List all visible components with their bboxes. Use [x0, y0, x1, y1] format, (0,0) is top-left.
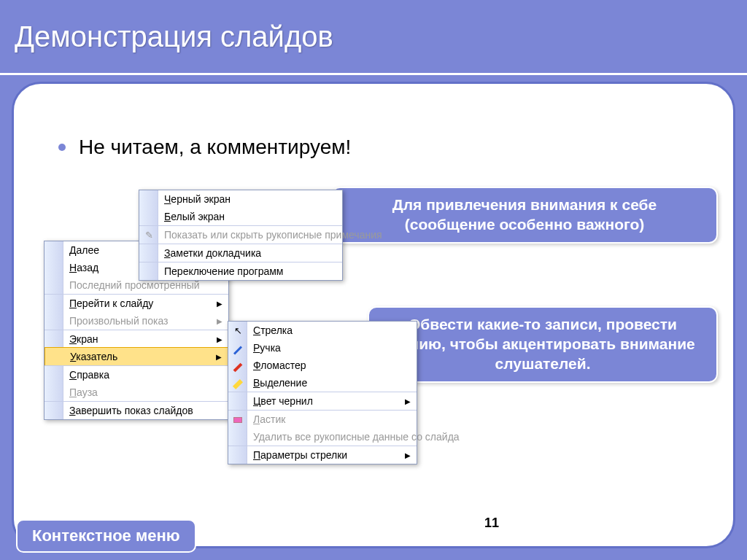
- bullet-text: Не читаем, а комментируем!: [79, 136, 351, 159]
- menu-item-label: Белый экран: [164, 211, 225, 222]
- menu-item-label: Перейти к слайду: [69, 298, 153, 309]
- menu-icon: [231, 378, 244, 389]
- pointer-menu-item-4[interactable]: Цвет чернил▶: [228, 392, 417, 410]
- menu-icon: [231, 360, 244, 371]
- submenu-arrow-icon: ▶: [216, 353, 222, 361]
- bullet-dot-icon: [58, 144, 66, 151]
- menu-item-label: Завершить показ слайдов: [69, 405, 193, 416]
- screen-menu-item-1[interactable]: Белый экран: [139, 208, 342, 225]
- title-divider: [0, 73, 747, 75]
- menu-item-label: Заметки докладчика: [164, 247, 261, 259]
- menu-item-label: Пауза: [69, 386, 98, 398]
- slide-number: 11: [484, 516, 499, 531]
- main-menu-item-5[interactable]: Экран▶: [44, 330, 228, 348]
- menu-icon: ↖: [231, 325, 244, 336]
- menu-item-label: Указатель: [70, 351, 117, 362]
- menu-item-label: Параметры стрелки: [253, 449, 347, 461]
- menu-item-label: Последний просмотренный: [69, 279, 200, 291]
- main-menu-item-7[interactable]: Справка: [44, 365, 228, 384]
- main-menu-item-4: Произвольный показ▶: [44, 312, 228, 330]
- screen-menu-item-2: ✎Показать или скрыть рукописные примечан…: [139, 225, 342, 244]
- pointer-menu-item-5: Ластик: [228, 410, 417, 428]
- menu-item-label: Черный экран: [164, 193, 231, 205]
- slide-title: Демонстрация слайдов: [15, 20, 333, 53]
- callout-attention: Для привлечения внимания к себе (сообщен…: [331, 187, 718, 244]
- menu-item-label: Цвет чернил: [253, 395, 313, 407]
- screen-menu-item-0[interactable]: Черный экран: [139, 190, 342, 208]
- main-menu-item-9[interactable]: Завершить показ слайдов: [44, 401, 228, 419]
- menu-item-label: Произвольный показ: [69, 315, 168, 327]
- menu-item-label: Ручка: [253, 342, 281, 354]
- menu-item-label: Переключение программ: [164, 265, 283, 277]
- bullet-row: Не читаем, а комментируем!: [58, 136, 351, 159]
- context-menu-screen: Черный экранБелый экран✎Показать или скр…: [139, 190, 343, 281]
- menu-item-label: Удалить все рукописные данные со слайда: [253, 431, 460, 443]
- main-menu-item-6[interactable]: Указатель▶: [44, 347, 228, 366]
- menu-item-label: Экран: [69, 333, 98, 345]
- pointer-menu-item-2[interactable]: Фломастер: [228, 357, 417, 374]
- screen-menu-item-4[interactable]: Переключение программ: [139, 262, 342, 280]
- footer-label: Контекстное меню: [16, 519, 196, 553]
- pointer-menu-item-1[interactable]: Ручка: [228, 339, 417, 357]
- main-menu-item-8: Пауза: [44, 384, 228, 401]
- submenu-arrow-icon: ▶: [405, 397, 411, 405]
- context-menu-pointer: ↖СтрелкаРучкаФломастерВыделениеЦвет черн…: [228, 321, 417, 464]
- pointer-menu-item-7[interactable]: Параметры стрелки▶: [228, 446, 417, 464]
- pointer-menu-item-0[interactable]: ↖Стрелка: [228, 322, 417, 339]
- menu-item-label: Стрелка: [253, 324, 293, 336]
- main-menu-item-3[interactable]: Перейти к слайду▶: [44, 294, 228, 312]
- menu-icon: ✎: [142, 230, 155, 241]
- menu-item-label: Назад: [69, 262, 98, 273]
- pointer-menu-item-6: Удалить все рукописные данные со слайда: [228, 428, 417, 446]
- menu-icon: [231, 343, 244, 354]
- submenu-arrow-icon: ▶: [217, 317, 222, 325]
- submenu-arrow-icon: ▶: [217, 300, 222, 308]
- menu-item-label: Показать или скрыть рукописные примечани…: [164, 229, 382, 241]
- submenu-arrow-icon: ▶: [217, 335, 222, 343]
- menu-icon: [231, 414, 244, 425]
- callout-circle: Обвести какие-то записи, провести линию,…: [368, 306, 718, 383]
- menu-item-label: Ластик: [253, 413, 285, 425]
- menu-item-label: Справка: [69, 369, 109, 381]
- menu-item-label: Далее: [69, 244, 99, 256]
- submenu-arrow-icon: ▶: [405, 451, 411, 459]
- menu-item-label: Выделение: [253, 377, 307, 389]
- pointer-menu-item-3[interactable]: Выделение: [228, 374, 417, 392]
- menu-item-label: Фломастер: [253, 359, 306, 371]
- screen-menu-item-3[interactable]: Заметки докладчика: [139, 244, 342, 262]
